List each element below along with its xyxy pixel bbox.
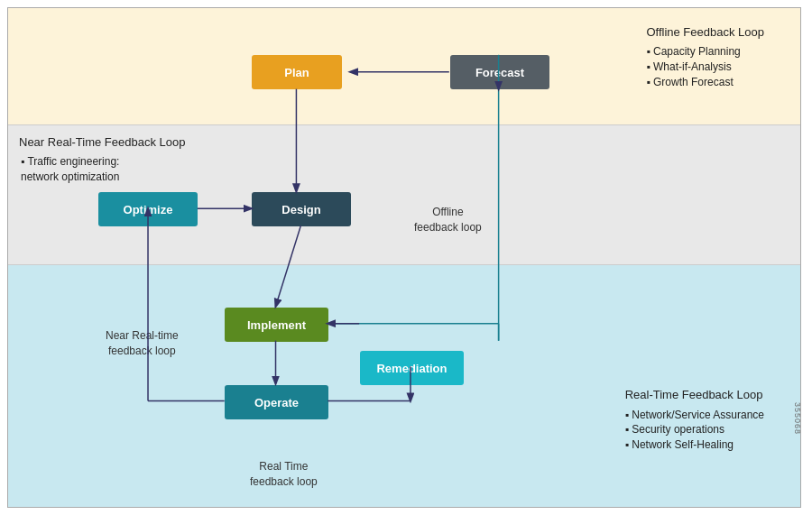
- nearrt-zone-title: Near Real-Time Feedback Loop: [19, 134, 186, 151]
- implement-box: Implement: [225, 308, 328, 342]
- offline-list-item-3: Growth Forecast: [646, 75, 764, 90]
- offline-loop-label: Offlinefeedback loop: [414, 205, 482, 235]
- design-box: Design: [252, 192, 351, 226]
- rt-list-item-2: Security operations: [625, 422, 764, 437]
- plan-box: Plan: [252, 55, 342, 89]
- remediation-box: Remediation: [360, 351, 464, 385]
- optimize-box: Optimize: [98, 192, 198, 226]
- forecast-box: Forecast: [450, 55, 549, 89]
- operate-box: Operate: [225, 385, 328, 419]
- optimize-label: Optimize: [124, 203, 173, 216]
- nearrt-loop-label: Near Real-timefeedback loop: [106, 328, 179, 359]
- rt-list-item-1: Network/Service Assurance: [625, 408, 764, 423]
- operate-label: Operate: [254, 396, 299, 409]
- nearrt-list-item-1: Traffic engineering: network optimizatio…: [21, 154, 138, 185]
- design-label: Design: [281, 203, 320, 216]
- offline-zone-label: Offline Feedback Loop Capacity Planning …: [646, 24, 764, 90]
- rt-zone-label: Real-Time Feedback Loop Network/Service …: [625, 387, 764, 453]
- offline-list-item-1: Capacity Planning: [646, 44, 764, 60]
- offline-zone-title: Offline Feedback Loop: [646, 24, 764, 41]
- rt-zone-title: Real-Time Feedback Loop: [625, 387, 764, 403]
- plan-label: Plan: [284, 66, 309, 79]
- offline-list-item-2: What-if-Analysis: [646, 60, 764, 75]
- offline-zone-list: Capacity Planning What-if-Analysis Growt…: [646, 44, 764, 89]
- diagram-wrapper: Offline Feedback Loop Capacity Planning …: [7, 7, 801, 508]
- vertical-id-label: 355068: [793, 402, 801, 435]
- rt-zone-list: Network/Service Assurance Security opera…: [625, 408, 764, 453]
- rt-loop-label: Real Timefeedback loop: [250, 459, 318, 490]
- nearrt-zone-list: Traffic engineering: network optimizatio…: [21, 154, 138, 185]
- remediation-label: Remediation: [376, 362, 447, 375]
- implement-label: Implement: [247, 318, 306, 332]
- rt-list-item-3: Network Self-Healing: [625, 437, 764, 453]
- nearrt-zone-label: Near Real-Time Feedback Loop Traffic eng…: [19, 134, 186, 185]
- forecast-label: Forecast: [475, 66, 524, 79]
